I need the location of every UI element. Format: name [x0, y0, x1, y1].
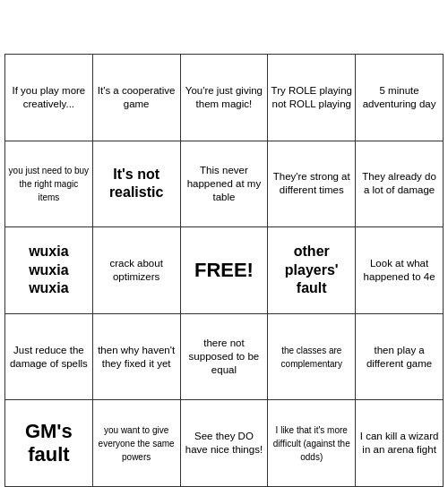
- cell-2-2: FREE!: [180, 227, 268, 314]
- cell-4-4: I can kill a wizard in an arena fight: [356, 400, 444, 487]
- cell-3-0: Just reduce the damage of spells: [5, 313, 93, 400]
- cell-4-3: I like that it's more difficult (against…: [268, 400, 356, 487]
- cell-0-0: If you play more creatively...: [5, 55, 93, 141]
- cell-4-2: See they DO have nice things!: [180, 400, 268, 487]
- cell-1-3: They're strong at different times: [268, 141, 356, 227]
- cell-4-1: you want to give everyone the same power…: [92, 400, 180, 487]
- cell-2-3: other players' fault: [268, 227, 356, 314]
- cell-3-4: then play a different game: [356, 313, 444, 400]
- cell-2-4: Look at what happened to 4e: [356, 227, 444, 314]
- bingo-table: If you play more creatively...It's a coo…: [4, 54, 444, 487]
- cell-4-0: GM's fault: [5, 400, 93, 487]
- cell-2-1: crack about optimizers: [92, 227, 180, 314]
- cell-1-1: It's not realistic: [92, 141, 180, 227]
- cell-3-3: the classes are complementary: [268, 313, 356, 400]
- cell-2-0: wuxia wuxia wuxia: [5, 227, 93, 314]
- cell-0-2: You're just giving them magic!: [180, 55, 268, 141]
- cell-0-4: 5 minute adventuring day: [356, 55, 444, 141]
- cell-1-4: They already do a lot of damage: [356, 141, 444, 227]
- cell-1-0: you just need to buy the right magic ite…: [5, 141, 93, 227]
- cell-3-2: there not supposed to be equal: [180, 313, 268, 400]
- cell-3-1: then why haven't they fixed it yet: [92, 313, 180, 400]
- page-title: [0, 0, 448, 54]
- cell-0-1: It's a cooperative game: [92, 55, 180, 141]
- cell-0-3: Try ROLE playing not ROLL playing: [268, 55, 356, 141]
- cell-1-2: This never happened at my table: [180, 141, 268, 227]
